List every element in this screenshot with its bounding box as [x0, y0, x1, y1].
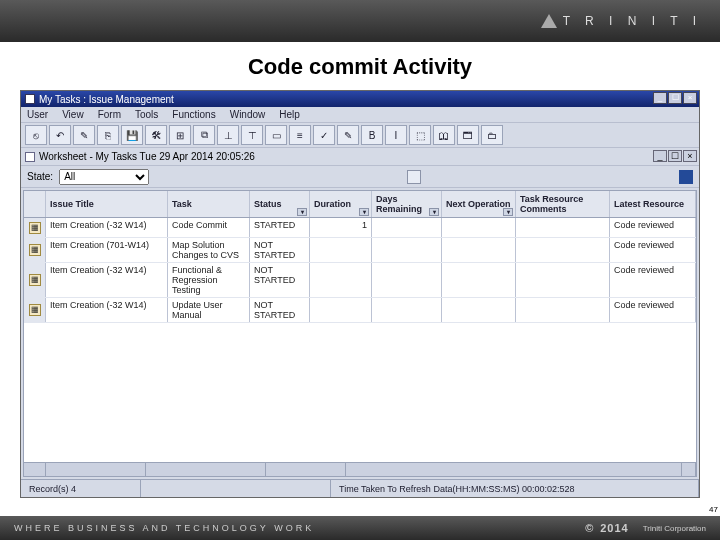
table-row[interactable]: ▦ Item Creation (-32 W14) Code Commit ST… [24, 218, 696, 238]
toolbar-btn-6[interactable]: 🛠 [145, 125, 167, 145]
filter-icon[interactable]: ▾ [359, 208, 369, 216]
menu-window[interactable]: Window [230, 109, 266, 120]
menu-help[interactable]: Help [279, 109, 300, 120]
toolbar: ⎋ ↶ ✎ ⎘ 💾 🛠 ⊞ ⧉ ⊥ ⊤ ▭ ≡ ✓ ✎ B I ⬚ 🕮 🗔 🗀 [21, 123, 699, 148]
toolbar-btn-9[interactable]: ⊥ [217, 125, 239, 145]
ws-maximize-button[interactable]: ☐ [668, 150, 682, 162]
scroll-track[interactable] [46, 463, 146, 476]
toolbar-btn-13[interactable]: ✓ [313, 125, 335, 145]
row-gutter-header [24, 191, 46, 217]
table-row[interactable]: ▦ Item Creation (701-W14) Map Solution C… [24, 238, 696, 263]
filter-icon[interactable]: ▾ [297, 208, 307, 216]
menu-tools[interactable]: Tools [135, 109, 158, 120]
minimize-button[interactable]: _ [653, 92, 667, 104]
maximize-button[interactable]: ☐ [668, 92, 682, 104]
filter-icon[interactable]: ▾ [429, 208, 439, 216]
col-days-remaining[interactable]: Days Remaining▾ [372, 191, 442, 217]
slide-title: Code commit Activity [0, 42, 720, 90]
page-number: 47 [709, 505, 718, 514]
copyright-icon: © [585, 522, 594, 534]
toolbar-btn-18[interactable]: 🕮 [433, 125, 455, 145]
col-issue-title[interactable]: Issue Title [46, 191, 168, 217]
toolbar-btn-1[interactable]: ⎋ [25, 125, 47, 145]
col-next-operation[interactable]: Next Operation▾ [442, 191, 516, 217]
scroll-left-icon[interactable] [24, 463, 46, 476]
grid-header: Issue Title Task Status▾ Duration▾ Days … [24, 191, 696, 218]
filter-bar: State: All [21, 166, 699, 188]
toolbar-btn-19[interactable]: 🗔 [457, 125, 479, 145]
toolbar-btn-16[interactable]: I [385, 125, 407, 145]
toolbar-btn-20[interactable]: 🗀 [481, 125, 503, 145]
filter-box-1[interactable] [407, 170, 421, 184]
toolbar-btn-3[interactable]: ✎ [73, 125, 95, 145]
menubar: User View Form Tools Functions Window He… [21, 107, 699, 123]
table-row[interactable]: ▦ Item Creation (-32 W14) Update User Ma… [24, 298, 696, 323]
row-handle-icon[interactable]: ▦ [24, 298, 46, 322]
toolbar-btn-7[interactable]: ⊞ [169, 125, 191, 145]
state-select[interactable]: All [59, 169, 149, 185]
brand-triangle-icon [541, 14, 557, 28]
col-latest-resource[interactable]: Latest Resource [610, 191, 696, 217]
data-grid: Issue Title Task Status▾ Duration▾ Days … [23, 190, 697, 477]
horizontal-scrollbar[interactable] [24, 462, 696, 476]
toolbar-btn-12[interactable]: ≡ [289, 125, 311, 145]
col-duration[interactable]: Duration▾ [310, 191, 372, 217]
worksheet-icon [25, 152, 35, 162]
filter-icon[interactable]: ▾ [503, 208, 513, 216]
toolbar-btn-14[interactable]: ✎ [337, 125, 359, 145]
ws-minimize-button[interactable]: _ [653, 150, 667, 162]
app-icon [25, 94, 35, 104]
scroll-right-icon[interactable] [682, 463, 696, 476]
state-label: State: [27, 171, 53, 182]
window-title: My Tasks : Issue Management [39, 94, 174, 105]
app-window: My Tasks : Issue Management _ ☐ × User V… [20, 90, 700, 498]
ws-close-button[interactable]: × [683, 150, 697, 162]
close-button[interactable]: × [683, 92, 697, 104]
footer-year: 2014 [600, 522, 628, 534]
worksheet-title: Worksheet - My Tasks Tue 29 Apr 2014 20:… [39, 151, 255, 162]
row-handle-icon[interactable]: ▦ [24, 263, 46, 297]
record-count: Record(s) 4 [21, 480, 141, 497]
status-bar: Record(s) 4 Time Taken To Refresh Data(H… [21, 479, 699, 497]
toolbar-btn-11[interactable]: ▭ [265, 125, 287, 145]
row-handle-icon[interactable]: ▦ [24, 218, 46, 237]
status-spacer [141, 480, 331, 497]
toolbar-btn-8[interactable]: ⧉ [193, 125, 215, 145]
toolbar-btn-10[interactable]: ⊤ [241, 125, 263, 145]
worksheet-titlebar: Worksheet - My Tasks Tue 29 Apr 2014 20:… [21, 148, 699, 166]
col-task[interactable]: Task [168, 191, 250, 217]
menu-form[interactable]: Form [98, 109, 121, 120]
scroll-track[interactable] [146, 463, 266, 476]
brand: T R I N I T I [541, 14, 702, 28]
footer-corp: Triniti Corporation [643, 524, 706, 533]
grid-body: ▦ Item Creation (-32 W14) Code Commit ST… [24, 218, 696, 462]
row-handle-icon[interactable]: ▦ [24, 238, 46, 262]
scroll-track[interactable] [346, 463, 682, 476]
col-status[interactable]: Status▾ [250, 191, 310, 217]
menu-functions[interactable]: Functions [172, 109, 215, 120]
slide-footer: WHERE BUSINESS AND TECHNOLOGY WORK © 201… [0, 516, 720, 540]
window-titlebar: My Tasks : Issue Management _ ☐ × [21, 91, 699, 107]
toolbar-btn-15[interactable]: B [361, 125, 383, 145]
brand-text: T R I N I T I [563, 14, 702, 28]
menu-user[interactable]: User [27, 109, 48, 120]
toolbar-btn-5[interactable]: 💾 [121, 125, 143, 145]
footer-tagline: WHERE BUSINESS AND TECHNOLOGY WORK [14, 523, 314, 533]
menu-view[interactable]: View [62, 109, 84, 120]
col-task-resource-comments[interactable]: Task Resource Comments [516, 191, 610, 217]
toolbar-btn-2[interactable]: ↶ [49, 125, 71, 145]
filter-box-2[interactable] [679, 170, 693, 184]
refresh-timing: Time Taken To Refresh Data(HH:MM:SS:MS) … [331, 480, 699, 497]
table-row[interactable]: ▦ Item Creation (-32 W14) Functional & R… [24, 263, 696, 298]
toolbar-btn-17[interactable]: ⬚ [409, 125, 431, 145]
toolbar-btn-4[interactable]: ⎘ [97, 125, 119, 145]
scroll-track[interactable] [266, 463, 346, 476]
